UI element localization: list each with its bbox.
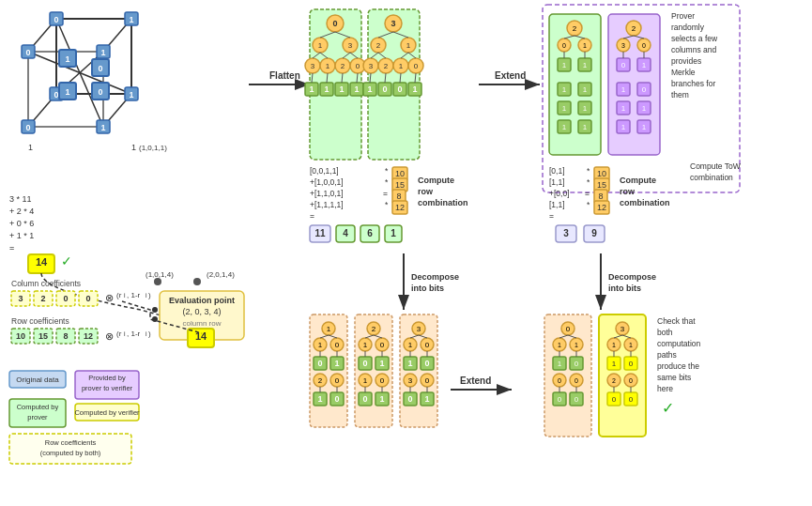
svg-text:0: 0 [397,84,402,94]
svg-text:1: 1 [354,84,359,94]
svg-text:1: 1 [642,123,647,131]
svg-text:1: 1 [334,359,339,368]
svg-text:12: 12 [597,203,606,212]
svg-text:3: 3 [18,294,23,303]
svg-text:1: 1 [65,87,69,97]
svg-text:0: 0 [629,377,633,384]
svg-text:10: 10 [395,169,405,178]
svg-text:columns and: columns and [671,45,716,54]
svg-text:0: 0 [362,394,367,404]
svg-text:1: 1 [583,61,588,69]
svg-text:3: 3 [391,19,395,28]
svg-text:selects a few: selects a few [671,34,718,43]
svg-text:0: 0 [612,395,617,404]
svg-text:⊗: ⊗ [105,330,114,342]
svg-text:Compute ToW: Compute ToW [690,161,741,171]
svg-text:✓: ✓ [61,253,72,268]
svg-text:(r: (r [116,330,122,338]
svg-text:=: = [585,189,590,198]
svg-text:3: 3 [369,62,374,70]
svg-text:1: 1 [558,342,561,348]
svg-text:15: 15 [597,180,606,190]
svg-text:0: 0 [575,395,579,404]
svg-text:(2,0,1,4): (2,0,1,4) [207,270,235,279]
svg-text:, 1-r: , 1-r [127,291,141,299]
svg-text:Prover: Prover [671,11,695,21]
svg-text:1: 1 [424,394,429,404]
svg-text:1: 1 [399,62,404,70]
svg-text:): ) [148,291,151,299]
svg-text:Compute: Compute [418,176,454,185]
svg-text:2: 2 [376,41,381,50]
svg-text:1: 1 [583,104,588,113]
svg-text:branches for: branches for [671,79,715,88]
svg-text:Column coefficients: Column coefficients [11,279,81,288]
svg-text:3: 3 [621,42,625,49]
svg-text:1: 1 [621,85,626,94]
svg-text:i: i [146,292,147,299]
svg-text:Flatten: Flatten [269,70,300,81]
svg-text:1: 1 [629,342,633,348]
svg-text:(r: (r [116,291,122,299]
svg-text:[0,1]: [0,1] [549,166,565,176]
svg-text:+[1,1,1,1]: +[1,1,1,1] [310,200,344,209]
svg-text:1: 1 [318,341,323,349]
svg-text:0: 0 [63,294,68,303]
svg-point-89 [152,316,158,322]
svg-text:1: 1 [100,123,105,132]
svg-text:1: 1 [327,325,331,333]
svg-point-88 [152,307,158,313]
svg-text:1: 1 [324,84,329,94]
svg-text:1: 1 [562,61,567,69]
svg-text:0: 0 [85,294,90,303]
svg-text:0: 0 [98,87,102,97]
svg-text:0: 0 [54,90,58,100]
svg-text:0: 0 [362,359,367,368]
svg-text:0: 0 [642,85,647,94]
svg-text:3: 3 [417,325,421,333]
svg-text:0: 0 [25,48,30,57]
svg-text:Decompose: Decompose [411,272,459,282]
svg-text:0: 0 [642,42,646,49]
svg-text:prover: prover [27,413,48,422]
svg-text:12: 12 [395,203,405,212]
svg-text:8: 8 [63,331,68,341]
svg-text:Row coefficients: Row coefficients [11,316,69,326]
svg-text:2: 2 [632,24,636,33]
svg-text:Merkle: Merkle [671,68,696,77]
svg-text:0: 0 [332,19,337,28]
svg-text:0: 0 [558,377,561,384]
svg-text:*: * [385,177,389,187]
svg-text:2: 2 [384,62,389,70]
svg-text:1: 1 [558,360,562,368]
svg-text:i: i [146,330,147,337]
svg-text:10: 10 [597,169,606,178]
svg-text:i: i [124,292,126,299]
svg-text:=: = [310,211,314,221]
svg-text:1: 1 [379,359,384,368]
svg-text:0: 0 [562,42,566,49]
svg-text:10: 10 [16,331,25,341]
svg-text:0: 0 [356,62,360,70]
svg-text:into bits: into bits [608,284,641,293]
svg-text:[0,0,1,1]: [0,0,1,1] [310,166,339,176]
svg-text:row: row [620,187,636,196]
svg-text:*: * [385,166,389,176]
svg-text:combination: combination [690,173,733,182]
svg-text:0: 0 [335,376,340,385]
svg-text:provides: provides [671,56,701,66]
svg-text:(1,0,1,4): (1,0,1,4) [146,270,174,279]
svg-text:1: 1 [642,104,647,113]
svg-text:1: 1 [317,394,322,404]
svg-text:11: 11 [314,228,326,238]
svg-text:0: 0 [317,359,322,368]
svg-text:0: 0 [424,359,429,368]
svg-text:+  1  *   1: + 1 * 1 [9,231,34,240]
svg-text:combination: combination [620,198,670,207]
svg-text:): ) [148,330,151,338]
svg-text:1: 1 [379,394,384,404]
svg-text:0: 0 [414,62,419,70]
svg-text:0: 0 [558,395,562,404]
svg-text:Computed by: Computed by [17,403,59,411]
svg-text:both: both [657,328,673,337]
